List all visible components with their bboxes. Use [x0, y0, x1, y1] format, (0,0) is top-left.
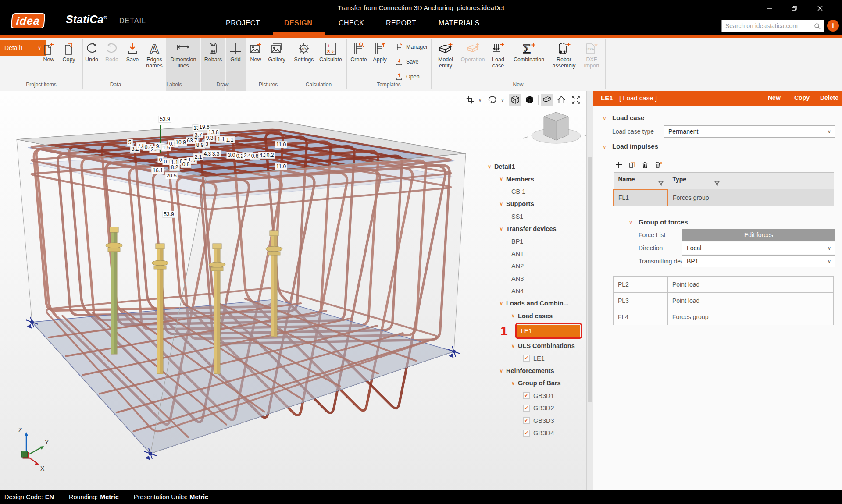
model-entity-button[interactable]: Model entity [432, 40, 459, 69]
tree-item-gb3d3[interactable]: ✓GB3D3 [486, 414, 584, 426]
edit-forces-button[interactable]: Edit forces [682, 229, 835, 241]
chevron-down-icon[interactable]: ∨ [499, 301, 503, 306]
delete-impulse-button[interactable] [639, 160, 651, 170]
tree-item-reinforcements[interactable]: ∨Reinforcements [486, 365, 584, 377]
panel-copy-button[interactable]: Copy [794, 94, 810, 101]
chevron-down-icon[interactable]: ∨ [603, 115, 607, 121]
chevron-down-icon[interactable]: ∨ [499, 176, 503, 182]
info-button[interactable]: i [827, 20, 839, 32]
impulse-name-cell[interactable]: PL3 [614, 293, 668, 309]
dimension-lines-button[interactable]: Dimension lines [167, 40, 200, 69]
save-button[interactable]: Save [122, 40, 143, 63]
impulse-type-cell[interactable]: Point load [668, 277, 724, 293]
chevron-down-icon[interactable]: ∨ [603, 144, 607, 150]
chevron-down-icon[interactable]: ∨ [511, 380, 515, 386]
add-impulse-button[interactable] [613, 160, 624, 170]
copy-project-item-button[interactable]: Copy [59, 40, 78, 63]
chevron-down-icon[interactable]: ∨ [499, 201, 503, 207]
tree-item-gb3d2[interactable]: ✓GB3D2 [486, 402, 584, 414]
solid-view-button[interactable] [524, 94, 536, 106]
edges-names-button[interactable]: A Edges names [142, 40, 167, 69]
navigation-cube[interactable] [523, 112, 590, 143]
zoom-extents-button[interactable] [570, 94, 582, 106]
copy-impulse-button[interactable] [626, 160, 638, 170]
tree-scrollbar[interactable] [586, 91, 593, 490]
table-row[interactable]: FL4Forces group [614, 309, 834, 325]
load-case-type-select[interactable]: Permanent∨ [664, 125, 835, 138]
grid-button[interactable]: Grid [226, 40, 245, 63]
section-view-button[interactable] [541, 94, 553, 106]
create-template-button[interactable]: Create [348, 40, 369, 63]
table-row[interactable]: PL2Point load [614, 277, 834, 293]
minimize-button[interactable] [760, 3, 779, 14]
checkbox-checked[interactable]: ✓ [523, 392, 530, 399]
chevron-down-icon[interactable]: ∨ [488, 164, 491, 170]
tree-item-detail1[interactable]: ∨Detail1 [486, 160, 584, 173]
transmitting-device-select[interactable]: BP1∨ [682, 255, 835, 267]
gallery-button[interactable]: Gallery [265, 40, 288, 63]
calculate-button[interactable]: +−×÷ Calculate [316, 40, 345, 63]
column-type[interactable]: Type [668, 173, 724, 189]
chevron-down-icon[interactable]: ∨ [511, 313, 515, 319]
home-view-button[interactable] [555, 94, 567, 106]
checkbox-checked[interactable]: ✓ [523, 405, 530, 412]
restore-button[interactable] [785, 3, 804, 14]
chevron-down-icon[interactable]: ∨ [629, 220, 633, 226]
tree-item-an3[interactable]: AN3 [486, 273, 584, 285]
tab-project[interactable]: PROJECT [226, 19, 260, 27]
section-group-of-forces[interactable]: Group of forces [639, 218, 688, 226]
tree-item-uls-combinations[interactable]: ∨ULS Combinations [486, 340, 584, 352]
settings-button[interactable]: </> Settings [292, 40, 316, 63]
impulse-type-cell[interactable]: Forces group [668, 309, 724, 325]
close-button[interactable] [810, 3, 830, 14]
tree-item-cb-1[interactable]: CB 1 [486, 185, 584, 198]
chevron-down-icon[interactable]: ∨ [511, 343, 515, 349]
chevron-down-icon[interactable]: ∨ [499, 226, 503, 232]
section-load-impulses[interactable]: Load impulses [612, 142, 658, 150]
template-save-button[interactable]: Save [395, 56, 432, 67]
tree-item-transfer-devices[interactable]: ∨Transfer devices [486, 223, 584, 235]
load-case-button[interactable]: Load case [487, 40, 509, 69]
chevron-down-icon[interactable]: ∨ [499, 368, 503, 374]
panel-new-button[interactable]: New [768, 94, 781, 101]
column-name[interactable]: Name [614, 173, 668, 189]
tree-item-gb3d4[interactable]: ✓GB3D4 [486, 427, 584, 439]
undo-button[interactable]: Undo [81, 40, 102, 63]
search-box[interactable] [721, 20, 824, 32]
tree-item-le1[interactable]: ✓LE1 [486, 352, 584, 364]
new-project-item-button[interactable]: New [39, 40, 58, 63]
checkbox-checked[interactable]: ✓ [523, 417, 530, 424]
3d-viewport[interactable]: ZYX 53.91319.613.83.79.31.11.153.27.80.4… [0, 91, 593, 490]
impulse-name-cell[interactable]: PL2 [614, 277, 668, 293]
filter-icon[interactable] [714, 181, 720, 186]
template-manager-button[interactable]: Manager [395, 41, 432, 53]
tab-check[interactable]: CHECK [339, 19, 364, 27]
table-row[interactable]: PL3Point load [614, 293, 834, 309]
impulse-name-cell[interactable]: FL4 [614, 309, 668, 325]
tree-item-gb3d1[interactable]: ✓GB3D1 [486, 390, 584, 402]
tree-item-an1[interactable]: AN1 [486, 248, 584, 260]
checkbox-checked[interactable]: ✓ [523, 355, 530, 362]
combination-button[interactable]: Σ Combination [511, 40, 547, 63]
rotate-view-dropdown[interactable]: ∨ [501, 98, 504, 103]
tree-item-ss1[interactable]: SS1 [486, 210, 584, 223]
tab-report[interactable]: REPORT [386, 19, 416, 27]
rotate-view-button[interactable] [486, 94, 499, 106]
tab-design[interactable]: DESIGN [284, 19, 312, 27]
impulse-type-cell[interactable]: Forces group [668, 189, 724, 206]
rebars-button[interactable]: Rebars [201, 40, 225, 63]
delete-all-impulses-button[interactable] [653, 160, 664, 170]
clip-view-dropdown[interactable]: ∨ [478, 98, 482, 103]
tree-item-bp1[interactable]: BP1 [486, 235, 584, 247]
tree-item-members[interactable]: ∨Members [486, 173, 584, 185]
tree-item-le1-selected[interactable]: LE1 [517, 325, 580, 337]
tree-item-supports[interactable]: ∨Supports [486, 198, 584, 210]
direction-select[interactable]: Local∨ [682, 242, 835, 254]
tree-item-group-of-bars[interactable]: ∨Group of Bars [486, 377, 584, 389]
wireframe-view-button[interactable] [509, 94, 521, 106]
section-load-case[interactable]: Load case [612, 114, 644, 121]
tab-materials[interactable]: MATERIALS [439, 19, 480, 27]
checkbox-checked[interactable]: ✓ [523, 430, 530, 437]
rebar-assembly-button[interactable]: Rebar assembly [548, 40, 580, 69]
tree-item-an2[interactable]: AN2 [486, 260, 584, 272]
